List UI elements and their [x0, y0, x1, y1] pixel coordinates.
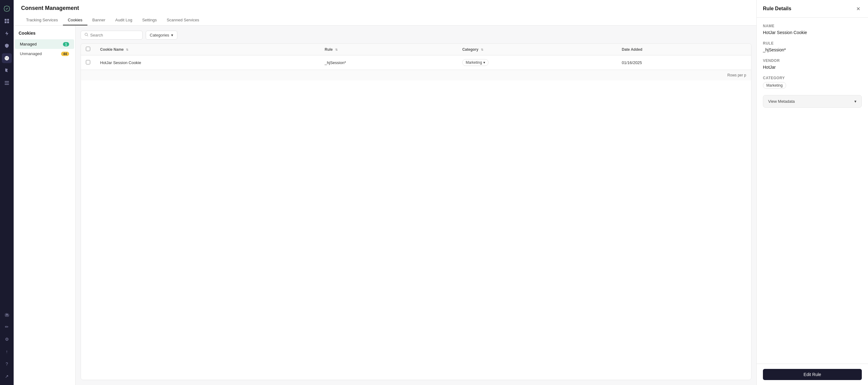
categories-label: Categories — [150, 33, 169, 37]
tab-cookies[interactable]: Cookies — [63, 15, 87, 25]
panel-title: Rule Details — [763, 6, 792, 11]
svg-rect-10 — [5, 83, 9, 83]
close-panel-button[interactable]: ✕ — [855, 5, 862, 12]
panel-body: Name HotJar Session Cookie Rule _hjSessi… — [757, 18, 868, 364]
main-sidebar: ✏ ⚙ ↑ ? ↗ — [0, 0, 13, 385]
svg-point-7 — [6, 59, 6, 59]
main-content-area: Consent Management Tracking Services Coo… — [13, 0, 756, 385]
dashboard-icon[interactable] — [2, 16, 12, 26]
svg-point-12 — [85, 33, 87, 36]
svg-line-13 — [87, 36, 88, 37]
settings-bottom-icon[interactable] — [2, 310, 12, 319]
categories-chevron-icon: ▾ — [171, 33, 173, 37]
table-area: Categories ▾ Cookie Name ⇅ — [75, 26, 756, 385]
managed-badge: 1 — [63, 42, 69, 46]
unmanaged-label: Unmanaged — [20, 51, 42, 56]
sort-category-icon[interactable]: ⇅ — [481, 48, 483, 51]
svg-rect-3 — [7, 21, 9, 23]
detail-category-section: Category Marketing — [763, 76, 862, 89]
row-category: Marketing ▾ — [457, 56, 617, 70]
view-metadata-chevron-icon: ▾ — [855, 99, 857, 104]
sidebar-item-unmanaged[interactable]: Unmanaged 44 — [15, 49, 74, 59]
row-date-added: 01/16/2025 — [617, 56, 751, 70]
category-chevron-icon: ▾ — [483, 60, 485, 65]
lightning-icon[interactable] — [2, 29, 12, 38]
svg-rect-2 — [5, 21, 6, 23]
detail-vendor-section: Vendor HotJar — [763, 59, 862, 70]
table-footer: Rows per p — [81, 70, 751, 80]
view-metadata-label: View Metadata — [768, 99, 795, 104]
page-title: Consent Management — [21, 5, 749, 11]
rule-label: Rule — [763, 41, 862, 45]
tab-tracking-services[interactable]: Tracking Services — [21, 15, 63, 25]
shield-icon[interactable] — [2, 41, 12, 51]
select-all-checkbox[interactable] — [86, 47, 90, 51]
panel-header: Rule Details ✕ — [757, 0, 868, 18]
nav-tabs: Tracking Services Cookies Banner Audit L… — [21, 15, 749, 25]
vendor-value: HotJar — [763, 65, 862, 70]
category-detail-badge: Marketing — [763, 82, 786, 89]
edit-rule-button[interactable]: Edit Rule — [763, 369, 862, 380]
table-toolbar: Categories ▾ — [81, 31, 751, 40]
detail-rule-section: Rule _hjSession* — [763, 41, 862, 52]
view-metadata-button[interactable]: View Metadata ▾ — [763, 95, 862, 108]
table-header-checkbox — [81, 44, 95, 56]
svg-point-8 — [7, 59, 8, 59]
panel-footer: Edit Rule — [757, 364, 868, 385]
svg-point-4 — [5, 56, 9, 60]
data-table: Cookie Name ⇅ Rule ⇅ Category ⇅ — [81, 43, 751, 380]
name-value: HotJar Session Cookie — [763, 30, 862, 35]
export-icon[interactable]: ↗ — [2, 372, 12, 381]
content-body: Cookies Managed 1 Unmanaged 44 — [13, 26, 756, 385]
logo-icon — [2, 4, 12, 13]
table-row[interactable]: HotJar Session Cookie _hjSession* Market… — [81, 56, 751, 70]
category-badge[interactable]: Marketing ▾ — [462, 59, 489, 66]
categories-button[interactable]: Categories ▾ — [146, 31, 177, 40]
row-checkbox-cell — [81, 56, 95, 70]
list-icon[interactable] — [2, 78, 12, 88]
page-header: Consent Management Tracking Services Coo… — [13, 0, 756, 26]
table-header-rule: Rule ⇅ — [320, 44, 457, 56]
search-icon — [85, 33, 88, 37]
table-header-date-added: Date Added — [617, 44, 751, 56]
svg-point-5 — [6, 57, 6, 58]
sidebar-item-managed[interactable]: Managed 1 — [15, 39, 74, 49]
managed-label: Managed — [20, 42, 37, 46]
search-input[interactable] — [90, 33, 138, 37]
detail-name-section: Name HotJar Session Cookie — [763, 24, 862, 35]
table-header-cookie-name: Cookie Name ⇅ — [95, 44, 320, 56]
row-rule: _hjSession* — [320, 56, 457, 70]
cookie-icon[interactable] — [2, 53, 12, 63]
category-detail-value: Marketing — [763, 82, 862, 89]
rule-value: _hjSession* — [763, 47, 862, 52]
unmanaged-badge: 44 — [61, 52, 69, 56]
rows-per-page-label: Rows per p — [727, 73, 746, 77]
wand-icon[interactable]: ✏ — [2, 322, 12, 332]
flag-icon[interactable] — [2, 66, 12, 75]
vendor-label: Vendor — [763, 59, 862, 63]
svg-point-6 — [7, 57, 8, 58]
tab-banner[interactable]: Banner — [87, 15, 111, 25]
name-label: Name — [763, 24, 862, 28]
cookies-sidebar: Cookies Managed 1 Unmanaged 44 — [13, 26, 75, 385]
row-checkbox[interactable] — [86, 60, 90, 64]
tab-settings[interactable]: Settings — [137, 15, 162, 25]
table-header-category: Category ⇅ — [457, 44, 617, 56]
svg-rect-0 — [5, 19, 6, 21]
sort-rule-icon[interactable]: ⇅ — [335, 48, 338, 51]
tab-scanned-services[interactable]: Scanned Services — [162, 15, 204, 25]
cookies-sidebar-title: Cookies — [13, 31, 75, 39]
row-cookie-name: HotJar Session Cookie — [95, 56, 320, 70]
help-icon[interactable]: ? — [2, 359, 12, 369]
rule-details-panel: Rule Details ✕ Name HotJar Session Cooki… — [756, 0, 868, 385]
svg-rect-1 — [7, 19, 9, 21]
svg-rect-9 — [5, 81, 9, 82]
notification-icon[interactable]: ↑ — [2, 347, 12, 356]
search-box — [81, 31, 143, 40]
gear-icon[interactable]: ⚙ — [2, 334, 12, 344]
category-label: Category — [763, 76, 862, 80]
tab-audit-log[interactable]: Audit Log — [111, 15, 137, 25]
sort-cookie-name-icon[interactable]: ⇅ — [126, 48, 128, 51]
svg-rect-11 — [5, 84, 9, 85]
